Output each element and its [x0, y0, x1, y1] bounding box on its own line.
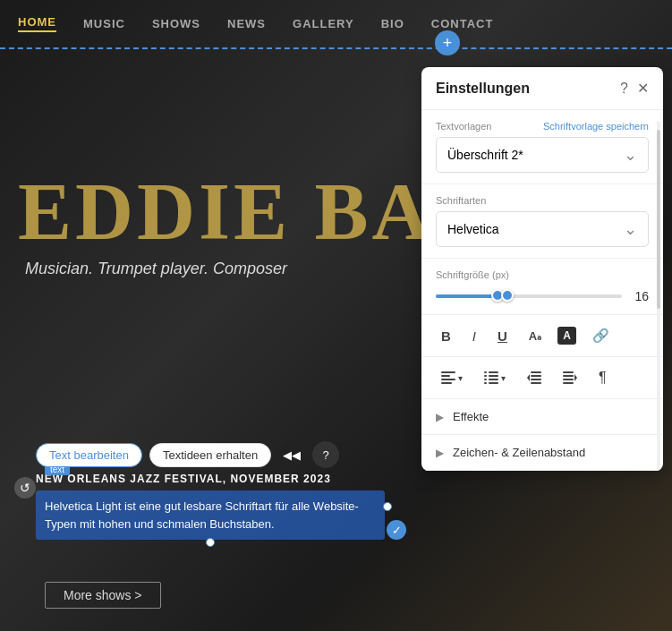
panel-scrollbar[interactable]	[657, 121, 660, 471]
help-button[interactable]: ?	[312, 441, 339, 468]
effekte-chevron-icon: ▶	[436, 411, 444, 423]
list-chevron: ▾	[501, 373, 506, 383]
svg-marker-16	[527, 374, 530, 381]
italic-button[interactable]: I	[467, 325, 481, 347]
text-toolbar: Text bearbeiten Textideen erhalten ◀◀ ?	[36, 441, 339, 468]
align-left-button[interactable]: ▾	[436, 368, 468, 388]
zeichen-label: Zeichen- & Zeilenabstand	[453, 446, 585, 459]
svg-rect-13	[531, 375, 541, 377]
hero-subtitle: Musician. Trumpet player. Composer	[25, 260, 287, 278]
font-size-label: Schriftgröße (px)	[436, 269, 649, 280]
textvorlagen-label: Textvorlagen Schriftvorlage speichern	[436, 121, 649, 132]
svg-rect-5	[489, 371, 498, 373]
confirm-button[interactable]: ✓	[387, 520, 406, 540]
settings-help-icon[interactable]: ?	[620, 81, 628, 97]
back-button[interactable]: ◀◀	[278, 441, 305, 468]
svg-rect-1	[441, 375, 450, 377]
list-button[interactable]: ▾	[479, 368, 511, 388]
schriftarten-select[interactable]: Helvetica ⌄	[436, 211, 649, 247]
event-body[interactable]: Helvetica Light ist eine gut lesbare Sch…	[36, 490, 385, 540]
nav-gallery[interactable]: GALLERY	[293, 17, 354, 30]
add-section-button[interactable]: +	[435, 30, 460, 55]
svg-rect-11	[489, 382, 498, 384]
chevron-down-icon: ⌄	[624, 219, 637, 239]
nav-shows[interactable]: SHOWS	[152, 17, 200, 30]
nav-home[interactable]: HOME	[18, 15, 56, 32]
settings-close-icon[interactable]: ✕	[637, 80, 649, 97]
svg-rect-0	[441, 371, 455, 373]
textvorlagen-select[interactable]: Überschrift 2* ⌄	[436, 137, 649, 173]
svg-rect-4	[484, 371, 487, 373]
indent-button[interactable]	[557, 368, 583, 388]
font-size-row: 16	[436, 289, 649, 303]
schriftarten-label-text: Schriftarten	[436, 195, 486, 206]
svg-rect-19	[563, 379, 574, 380]
effekte-label: Effekte	[453, 410, 489, 423]
effekte-section[interactable]: ▶ Effekte	[421, 399, 663, 435]
settings-header: Einstellungen ? ✕	[421, 67, 663, 110]
paragraph-button[interactable]: ¶	[593, 366, 612, 389]
navigation: HOME MUSIC SHOWS NEWS GALLERY BIO CONTAC…	[0, 0, 672, 49]
svg-rect-7	[489, 375, 498, 377]
nav-music[interactable]: MUSIC	[83, 17, 125, 30]
nav-bio[interactable]: BIO	[381, 17, 404, 30]
svg-rect-15	[531, 382, 541, 384]
svg-rect-18	[563, 375, 574, 377]
svg-rect-20	[563, 382, 574, 384]
link-button[interactable]: 🔗	[587, 324, 615, 347]
resize-handle-bottom[interactable]	[206, 538, 215, 547]
svg-rect-17	[563, 371, 574, 373]
slider-thumb-2[interactable]	[501, 289, 514, 302]
highlight-button[interactable]: A	[557, 327, 576, 345]
event-title: NEW ORLEANS JAZZ FESTIVAL, NOVEMBER 2023	[36, 473, 385, 485]
settings-title: Einstellungen	[436, 81, 530, 97]
svg-rect-3	[441, 382, 452, 384]
text-ideas-button[interactable]: Textideen erhalten	[149, 443, 271, 467]
outdent-button[interactable]	[522, 368, 547, 388]
save-template-link[interactable]: Schriftvorlage speichern	[543, 121, 649, 132]
svg-rect-12	[531, 371, 541, 373]
format-toolbar: B I U Aₐ A 🔗	[421, 315, 663, 357]
font-size-section: Schriftgröße (px) 16	[421, 259, 663, 315]
zeichen-chevron-icon: ▶	[436, 447, 444, 459]
more-shows-button[interactable]: More shows >	[45, 582, 161, 609]
svg-rect-14	[531, 379, 541, 380]
schriftarten-label: Schriftarten	[436, 195, 649, 206]
font-size-value: 16	[631, 289, 649, 303]
textvorlagen-section: Textvorlagen Schriftvorlage speichern Üb…	[421, 110, 663, 184]
schriftarten-value: Helvetica	[447, 222, 499, 236]
svg-rect-6	[484, 375, 487, 377]
edit-text-button[interactable]: Text bearbeiten	[36, 443, 142, 467]
align-left-chevron: ▾	[458, 373, 463, 383]
svg-rect-8	[484, 379, 487, 380]
svg-marker-21	[574, 374, 577, 381]
zeichen-section[interactable]: ▶ Zeichen- & Zeilenabstand	[421, 435, 663, 471]
svg-rect-10	[484, 382, 487, 384]
underline-button[interactable]: U	[492, 325, 513, 347]
nav-news[interactable]: NEWS	[227, 17, 266, 30]
svg-rect-9	[489, 379, 498, 380]
chevron-down-icon: ⌄	[624, 145, 637, 165]
bold-button[interactable]: B	[436, 325, 456, 347]
svg-rect-2	[441, 379, 455, 380]
settings-header-actions: ? ✕	[620, 80, 649, 97]
nav-contact[interactable]: CONTACT	[431, 17, 494, 30]
case-button[interactable]: Aₐ	[523, 326, 547, 346]
align-toolbar: ▾ ▾	[421, 357, 663, 399]
event-container: text NEW ORLEANS JAZZ FESTIVAL, NOVEMBER…	[36, 473, 385, 540]
settings-panel: Einstellungen ? ✕ Textvorlagen Schriftvo…	[421, 67, 663, 471]
resize-handle-right[interactable]	[383, 502, 392, 511]
font-size-slider[interactable]	[436, 294, 622, 298]
undo-icon[interactable]: ↺	[14, 477, 36, 499]
textvorlagen-label-text: Textvorlagen	[436, 121, 491, 132]
schriftarten-section: Schriftarten Helvetica ⌄	[421, 184, 663, 259]
panel-scrollbar-thumb	[657, 130, 660, 309]
textvorlagen-value: Überschrift 2*	[447, 148, 523, 162]
